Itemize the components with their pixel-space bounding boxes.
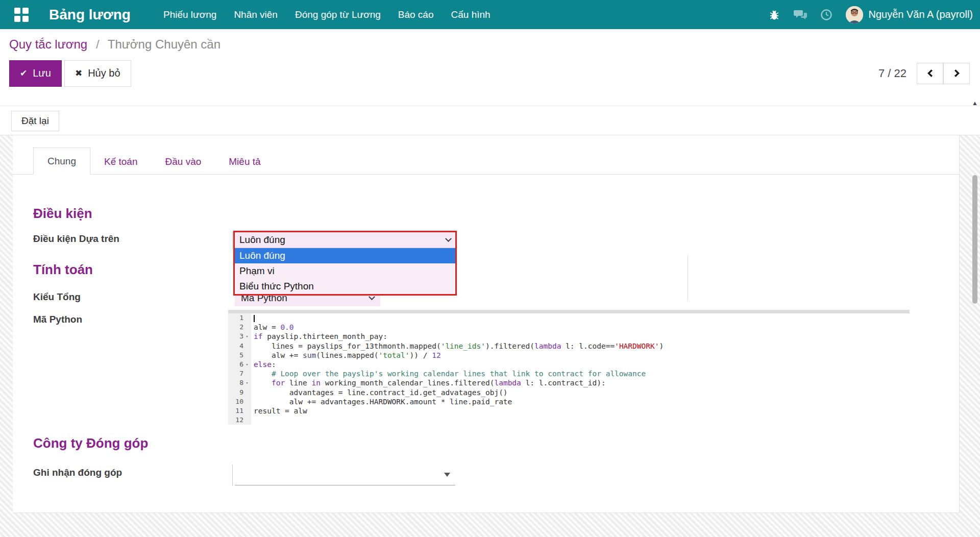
condition-based-on-label: Điều kiện Dựa trên [33,233,119,245]
condition-select-highlight-box: Luôn đúng Luôn đúngPhạm viBiểu thức Pyth… [233,231,457,296]
code-line: 9 advantages = line.contract_id.get_adva… [228,388,910,397]
messages-icon[interactable] [794,8,807,21]
field-separator [232,231,233,250]
field-separator [232,465,233,486]
save-button-label: Lưu [33,67,51,79]
code-line: 2alw = 0.0 [228,323,910,332]
content-area: ChungKế toánĐầu vàoMiêu tả Điều kiện Điề… [0,135,980,537]
tab-kế-toán[interactable]: Kế toán [90,149,152,175]
code-line: 4 lines = payslips_for_13thmonth.mapped(… [228,341,910,351]
user-menu[interactable]: Nguyễn Văn A (payroll) [846,6,973,23]
navbar-right: Nguyễn Văn A (payroll) [768,6,973,23]
activities-clock-icon[interactable] [820,8,833,21]
contribution-register-label: Ghi nhận đóng góp [33,467,122,478]
chevron-right-icon [951,69,960,78]
nav-menu-3[interactable]: Báo cáo [398,9,434,20]
pager: 7 / 22 [878,63,972,84]
code-line: 8▾ for line in working_month_calendar_li… [228,378,910,387]
vertical-scrollbar-thumb[interactable] [972,175,977,304]
nav-menu-2[interactable]: Đóng góp từ Lương [295,9,381,20]
payroll-rule-form-page: Bảng lương Phiếu lươngNhân viênĐóng góp … [0,0,980,537]
dropdown-option[interactable]: Phạm vi [235,263,455,279]
top-navbar: Bảng lương Phiếu lươngNhân viênĐóng góp … [0,0,980,29]
bug-icon[interactable] [768,8,781,21]
pager-buttons [917,63,970,84]
code-line: 11result = alw [228,406,910,416]
section-title-condition: Điều kiện [33,206,92,222]
code-line: 7 # Loop over the payslip's working cale… [228,369,910,378]
nav-menus: Phiếu lươngNhân viênĐóng góp từ LươngBáo… [163,9,491,20]
code-lines: 12alw = 0.03▾if payslip.thirteen_month_p… [228,313,910,425]
condition-select[interactable]: Luôn đúng [235,232,455,248]
code-line: 1 [228,313,910,323]
code-line: 10 alw += advantages.HARDWORK.amount * l… [228,397,910,406]
nav-menu-4[interactable]: Cấu hình [451,9,491,20]
dropdown-option[interactable]: Luôn đúng [235,248,455,263]
nav-menu-0[interactable]: Phiếu lương [163,9,216,20]
discard-button[interactable]: ✖ Hủy bỏ [64,60,131,87]
user-avatar [846,6,863,23]
breadcrumb-separator: / [96,37,100,51]
code-line: 12 [228,416,910,425]
nav-menu-1[interactable]: Nhân viên [234,9,278,20]
apps-grid-icon[interactable] [14,8,29,22]
app-title[interactable]: Bảng lương [49,7,131,23]
breadcrumb-current: Thưởng Chuyên cần [108,37,220,51]
form-statusbar: Đặt lại [0,107,980,135]
code-line: 6▾else: [228,360,910,369]
editor-scrollbar[interactable] [228,310,910,313]
control-panel: Quy tắc lương / Thưởng Chuyên cần ✔ Lưu … [0,29,980,106]
discard-button-label: Hủy bỏ [88,67,120,79]
chevron-left-icon [927,69,935,78]
code-line: 5 alw += sum(lines.mapped('total')) / 12 [228,351,910,360]
user-name: Nguyễn Văn A (payroll) [868,9,973,20]
scrollbar-up-arrow[interactable]: ▲ [972,100,978,106]
breadcrumb-parent-link[interactable]: Quy tắc lương [9,37,87,51]
dropdown-option[interactable]: Biểu thức Python [235,279,455,294]
notebook-tabbar: ChungKế toánĐầu vàoMiêu tả [13,147,959,175]
condition-dropdown-options: Luôn đúngPhạm viBiểu thức Python [235,248,455,294]
pager-previous-button[interactable] [917,63,943,84]
contribution-register-field[interactable] [235,465,455,485]
section-title-computation: Tính toán [33,262,93,278]
sum-type-label: Kiểu Tổng [33,291,81,303]
tab-đầu-vào[interactable]: Đầu vào [152,149,215,175]
form-sheet: ChungKế toánĐầu vàoMiêu tả Điều kiện Điề… [13,135,960,513]
caret-down-icon [444,473,450,477]
python-code-label: Mã Python [33,314,82,325]
section-title-contribution: Công ty Đóng góp [33,435,148,451]
condition-select-value: Luôn đúng [239,234,285,246]
group-column-divider [688,255,688,301]
breadcrumb: Quy tắc lương / Thưởng Chuyên cần [9,37,972,52]
tab-chung[interactable]: Chung [33,148,90,175]
save-button[interactable]: ✔ Lưu [9,60,62,87]
reset-button[interactable]: Đặt lại [11,111,59,131]
pager-count: 7 / 22 [878,67,906,80]
check-icon: ✔ [20,69,27,78]
python-code-editor[interactable]: 12alw = 0.03▾if payslip.thirteen_month_p… [228,310,910,425]
close-icon: ✖ [75,69,82,78]
button-row: ✔ Lưu ✖ Hủy bỏ 7 / 22 [9,60,972,87]
chevron-down-icon [445,235,452,242]
tab-miêu-tả[interactable]: Miêu tả [215,149,274,175]
code-line: 3▾if payslip.thirteen_month_pay: [228,332,910,341]
pager-next-button[interactable] [943,63,970,84]
